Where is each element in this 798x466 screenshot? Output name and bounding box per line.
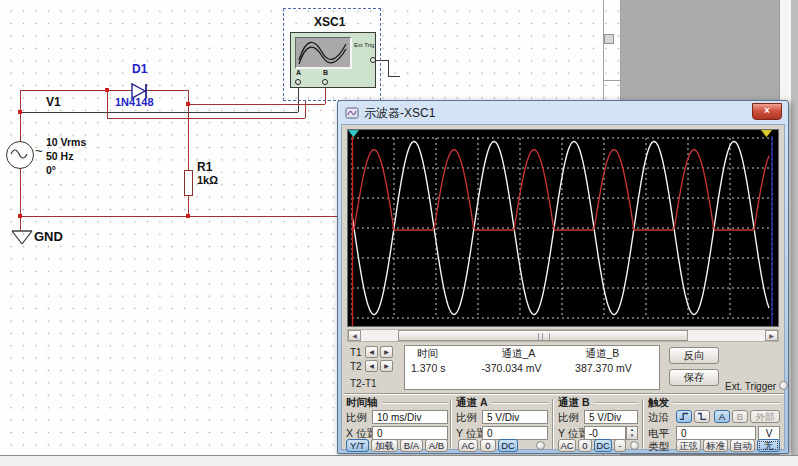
multisim-workspace: ~ V1 10 Vrms 50 Hz 0° D1 1N4148 R1 1kΩ G… (0, 0, 798, 466)
scroll-right-button[interactable]: ▶ (765, 330, 778, 341)
channel-b-scale-input[interactable]: 5 V/Div (584, 410, 638, 424)
d1-model-label[interactable]: 1N4148 (115, 96, 154, 108)
wire-r1-bottom[interactable] (188, 195, 189, 216)
channel-a-group-title: 通道 A (456, 397, 548, 409)
wire-scope-a-horizontal[interactable] (20, 112, 298, 113)
v1-prop-freq: 50 Hz (46, 150, 73, 162)
xsc1-terminal-exttrig[interactable] (370, 57, 376, 63)
r1-resistor-symbol[interactable] (184, 170, 193, 196)
xsc1-ref-label[interactable]: XSC1 (314, 15, 345, 29)
xsc1-term-a-label: A (296, 69, 301, 76)
r1-value-label[interactable]: 1kΩ (197, 174, 218, 186)
xsc1-term-b-label: B (323, 69, 328, 76)
col-channel-a-header: 通道_A (473, 346, 561, 361)
t1-label: T1 (350, 347, 362, 358)
channel-b-ypos-input[interactable]: -0 (584, 426, 626, 440)
trigger-level-label: 电平 (648, 427, 669, 441)
col-channel-b-header: 通道_B (561, 346, 659, 361)
t1-channel-b-value: 387.370 mV (571, 361, 659, 374)
ext-trigger-connector[interactable] (779, 381, 788, 390)
xsc1-mini-screen (295, 37, 352, 69)
app-horizontal-scrollbar[interactable] (0, 455, 798, 466)
add-mode-button[interactable]: 加载 (371, 439, 398, 452)
trigger-rising-edge-button[interactable] (676, 410, 692, 423)
trigger-type-normal-button[interactable]: 标准 (703, 439, 728, 452)
junction-dot (186, 214, 190, 218)
reverse-button[interactable]: 反向 (669, 347, 719, 364)
sheet-border-marker (604, 34, 614, 44)
trigger-source-b-button[interactable]: B (732, 410, 748, 423)
channel-b-dc-button[interactable]: DC (594, 439, 612, 452)
t2-right-button[interactable]: ▶ (380, 360, 393, 372)
channel-b-group-title: 通道 B (558, 397, 638, 409)
xsc1-instrument-icon[interactable]: Ext Trig A B (290, 32, 376, 88)
channel-b-zero-button[interactable]: 0 (578, 439, 592, 452)
trigger-source-ext-button[interactable]: 外部 (750, 410, 780, 423)
wire-tap-horizontal[interactable] (107, 118, 305, 119)
group-separator (642, 399, 644, 449)
v1-ac-symbol: ~ (35, 143, 43, 158)
window-title: 示波器-XSC1 (364, 105, 435, 122)
t1-left-button[interactable]: ◀ (365, 346, 378, 358)
controls-panel: 时间轴 比例 10 ms/Div X 位置 0 Y/T 加载 B/A A/B 通… (342, 397, 786, 451)
trigger-type-auto-button[interactable]: 自动 (730, 439, 755, 452)
save-button[interactable]: 保存 (669, 369, 719, 386)
xsc1-terminal-a[interactable] (295, 79, 301, 85)
v1-prop-vrms: 10 Vrms (46, 136, 86, 148)
trigger-type-single-button[interactable]: 正弦 (676, 439, 701, 452)
channel-a-dc-button[interactable]: DC (498, 439, 518, 452)
t1-time-value: 1.370 s (405, 361, 475, 374)
yt-mode-button[interactable]: Y/T (346, 439, 369, 452)
spinner-down-icon[interactable]: ▼ (627, 433, 637, 439)
channel-b-invert-button[interactable]: - (614, 439, 626, 452)
r1-ref-label[interactable]: R1 (197, 160, 212, 174)
channel-b-ypos-spinner[interactable]: ▲ ▼ (626, 426, 638, 440)
scroll-thumb[interactable] (398, 330, 688, 341)
group-separator (450, 399, 452, 449)
wire-tap-vertical[interactable] (107, 90, 108, 118)
junction-dot (18, 110, 22, 114)
channel-a-zero-button[interactable]: 0 (480, 439, 496, 452)
xsc1-terminal-b[interactable] (322, 79, 328, 85)
window-titlebar[interactable]: 示波器-XSC1 (341, 103, 785, 123)
scroll-left-button[interactable]: ◀ (348, 330, 361, 341)
t2-left-button[interactable]: ◀ (365, 360, 378, 372)
t2-label: T2 (350, 361, 362, 372)
channel-a-scale-input[interactable]: 5 V/Div (482, 410, 548, 424)
gnd-label[interactable]: GND (34, 229, 63, 244)
junction-dot (186, 102, 190, 106)
d1-ref-label[interactable]: D1 (132, 62, 147, 76)
wire-gnd-drop[interactable] (20, 216, 21, 230)
trigger-source-a-button[interactable]: A (714, 410, 730, 423)
trigger-group-title: 触发 (648, 397, 780, 409)
scope-scrollbar[interactable]: ◀ ▶ (347, 329, 779, 342)
timebase-scale-input[interactable]: 10 ms/Div (372, 410, 448, 424)
wire-exttrig-2[interactable] (388, 60, 389, 76)
timebase-xpos-input[interactable]: 0 (372, 426, 448, 440)
channel-a-ypos-input[interactable]: 0 (482, 426, 548, 440)
wire-left-lower[interactable] (20, 168, 21, 216)
ab-mode-button[interactable]: A/B (425, 439, 448, 452)
t1-right-button[interactable]: ▶ (380, 346, 393, 358)
mini-sine-icon (296, 38, 350, 66)
wire-left-upper[interactable] (20, 90, 21, 142)
channel-b-ac-button[interactable]: AC (558, 439, 576, 452)
oscilloscope-window[interactable]: 示波器-XSC1 × ◀ ▶ T1 ◀ ▶ T2 ◀ ▶ T2-T1 (337, 100, 789, 454)
falling-edge-icon (696, 411, 708, 421)
scope-screen[interactable] (347, 129, 779, 327)
wire-exttrig-3[interactable] (388, 76, 400, 77)
wire-bottom[interactable] (20, 216, 340, 217)
trigger-type-none-button[interactable]: 无 (757, 439, 780, 452)
channel-a-connector (536, 441, 545, 450)
channel-a-ac-button[interactable]: AC (458, 439, 478, 452)
ba-mode-button[interactable]: B/A (400, 439, 423, 452)
t1-channel-a-value: -370.034 mV (475, 361, 571, 374)
close-button[interactable]: × (752, 103, 782, 120)
v1-ref-label[interactable]: V1 (46, 95, 61, 109)
v1-source-symbol[interactable] (6, 141, 34, 169)
gnd-symbol[interactable] (10, 229, 34, 246)
xsc1-exttrig-label: Ext Trig (354, 42, 374, 48)
trigger-falling-edge-button[interactable] (694, 410, 710, 423)
trigger-level-input[interactable]: 0 (676, 426, 756, 440)
wire-tap-up[interactable] (305, 100, 306, 118)
